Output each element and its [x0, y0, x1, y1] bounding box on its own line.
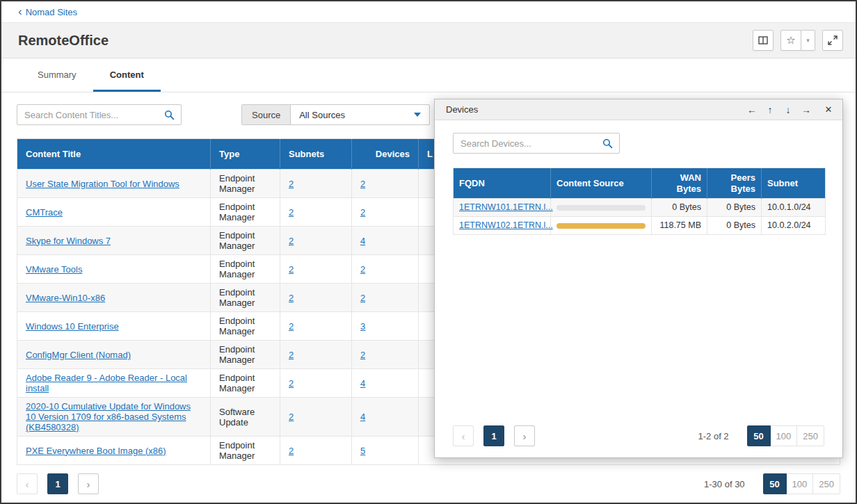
tab-content[interactable]: Content [93, 59, 161, 92]
chevron-left-icon: ‹ [26, 478, 29, 490]
app-window: ‹ Nomad Sites RemoteOffice ☆ ▾ [0, 0, 857, 504]
devices-count-link[interactable]: 2 [360, 293, 365, 303]
devices-prev-page-button[interactable]: ‹ [453, 425, 474, 446]
content-title-link[interactable]: ConfigMgr Client (Nomad) [26, 350, 131, 360]
subnets-count-link[interactable]: 2 [289, 378, 294, 389]
dock-right-icon[interactable]: → [798, 101, 815, 118]
content-title-link[interactable]: VMware Tools [26, 264, 82, 275]
content-title-link[interactable]: Adobe Reader 9 - Adobe Reader - Local in… [26, 373, 187, 393]
next-page-button[interactable]: › [78, 473, 99, 494]
devices-search [453, 133, 620, 154]
devices-panel-controls: ← ↑ ↓ → ✕ [744, 101, 837, 118]
content-type-cell: Endpoint Manager [211, 341, 280, 369]
wan-bytes-cell: 118.75 MB [652, 217, 707, 235]
content-pagination-right: 1-30 of 30 50 100 250 [704, 473, 840, 494]
favorite-menu-button[interactable]: ▾ [801, 30, 815, 51]
col-content-source[interactable]: Content Source [551, 168, 652, 199]
title-actions: ☆ ▾ [753, 30, 843, 51]
content-page-size-100[interactable]: 100 [787, 473, 814, 494]
devices-count-link[interactable]: 4 [360, 236, 365, 246]
device-table-row: 1ETRNW101.1ETRN.l... 0 Bytes 0 Bytes 10.… [454, 199, 826, 217]
content-type-cell: Endpoint Manager [211, 255, 280, 284]
content-source-cell [551, 217, 652, 235]
subnets-count-link[interactable]: 2 [289, 236, 294, 246]
col-peers-bytes[interactable]: Peers Bytes [707, 168, 762, 199]
content-range-label: 1-30 of 30 [704, 479, 745, 489]
devices-pager: ‹ 1 › [453, 425, 535, 446]
content-title-link[interactable]: Windows 10 Enterprise [26, 321, 119, 332]
col-subnet[interactable]: Subnet [762, 168, 826, 199]
subnets-count-link[interactable]: 2 [289, 446, 294, 456]
devices-count-link[interactable]: 2 [360, 350, 365, 360]
chevron-left-icon: ‹ [462, 430, 465, 442]
subnets-count-link[interactable]: 2 [289, 350, 294, 360]
col-devices[interactable]: Devices [352, 139, 419, 170]
devices-range-label: 1-2 of 2 [698, 431, 729, 441]
content-title-link[interactable]: Skype for Windows 7 [26, 236, 111, 246]
col-wan-bytes[interactable]: WAN Bytes [652, 168, 707, 199]
devices-page-1-button[interactable]: 1 [483, 425, 504, 446]
content-title-link[interactable]: VMware-Win10-x86 [26, 293, 105, 303]
source-filter-select[interactable]: All Sources [291, 105, 429, 124]
subnets-count-link[interactable]: 2 [289, 321, 294, 332]
columns-button[interactable] [753, 30, 774, 51]
devices-next-page-button[interactable]: › [514, 425, 535, 446]
content-title-link[interactable]: 2020-10 Cumulative Update for Windows 10… [26, 401, 191, 432]
devices-pagination: ‹ 1 › 1-2 of 2 50 100 250 [453, 425, 824, 446]
col-subnets[interactable]: Subnets [280, 139, 352, 170]
dock-top-icon[interactable]: ↑ [762, 101, 778, 118]
content-type-cell: Endpoint Manager [211, 170, 280, 198]
devices-search-input[interactable] [460, 138, 598, 149]
progress-bar-fill [556, 223, 646, 229]
devices-count-link[interactable]: 2 [360, 207, 365, 218]
star-icon: ☆ [786, 34, 795, 47]
devices-page-size-250[interactable]: 250 [797, 425, 824, 446]
subnets-count-link[interactable]: 2 [289, 179, 294, 189]
devices-page-size-100[interactable]: 100 [771, 425, 798, 446]
tab-summary[interactable]: Summary [21, 59, 93, 92]
dock-left-icon[interactable]: ← [744, 101, 760, 118]
device-fqdn-link[interactable]: 1ETRNW101.1ETRN.l... [459, 202, 553, 212]
col-fqdn[interactable]: FQDN [454, 168, 551, 199]
close-icon[interactable]: ✕ [820, 101, 837, 118]
page-1-button[interactable]: 1 [47, 473, 68, 494]
devices-pagination-right: 1-2 of 2 50 100 250 [698, 425, 825, 446]
subnets-count-link[interactable]: 2 [289, 207, 294, 218]
devices-page-size-50[interactable]: 50 [747, 425, 771, 446]
devices-count-link[interactable]: 5 [360, 446, 365, 456]
search-icon[interactable] [164, 110, 175, 120]
devices-count-link[interactable]: 4 [360, 412, 365, 422]
back-chevron-icon: ‹ [18, 6, 22, 17]
chevron-right-icon: › [87, 478, 90, 490]
subnets-count-link[interactable]: 2 [289, 264, 294, 275]
devices-page-size-group: 50 100 250 [747, 425, 824, 446]
content-title-link[interactable]: CMTrace [26, 207, 63, 218]
content-title-link[interactable]: User State Migration Tool for Windows [26, 179, 179, 189]
subnets-count-link[interactable]: 2 [289, 412, 294, 422]
devices-count-link[interactable]: 2 [360, 179, 365, 189]
devices-count-link[interactable]: 2 [360, 264, 365, 275]
col-content-title[interactable]: Content Title [17, 139, 211, 170]
col-type[interactable]: Type [211, 139, 280, 170]
chevron-down-icon [414, 113, 421, 117]
content-search-input[interactable] [24, 110, 160, 120]
content-title-link[interactable]: PXE Everywhere Boot Image (x86) [26, 446, 166, 456]
content-page-size-250[interactable]: 250 [813, 473, 840, 494]
favorite-button[interactable]: ☆ [780, 30, 801, 51]
content-type-cell: Endpoint Manager [211, 369, 280, 398]
subnets-count-link[interactable]: 2 [289, 293, 294, 303]
progress-bar [556, 205, 646, 211]
search-icon[interactable] [602, 138, 613, 149]
dock-bottom-icon[interactable]: ↓ [780, 101, 796, 118]
source-filter-value: All Sources [299, 110, 345, 120]
subnet-cell: 10.0.1.0/24 [762, 199, 826, 217]
chevron-down-icon: ▾ [806, 37, 810, 44]
devices-count-link[interactable]: 3 [360, 321, 365, 332]
expand-button[interactable] [822, 30, 843, 51]
subnet-cell: 10.0.2.0/24 [762, 217, 826, 235]
content-page-size-50[interactable]: 50 [763, 473, 787, 494]
prev-page-button[interactable]: ‹ [17, 473, 38, 494]
breadcrumb[interactable]: ‹ Nomad Sites [18, 7, 77, 17]
devices-count-link[interactable]: 4 [360, 378, 365, 389]
device-fqdn-link[interactable]: 1ETRNW102.1ETRN.l... [459, 220, 553, 230]
